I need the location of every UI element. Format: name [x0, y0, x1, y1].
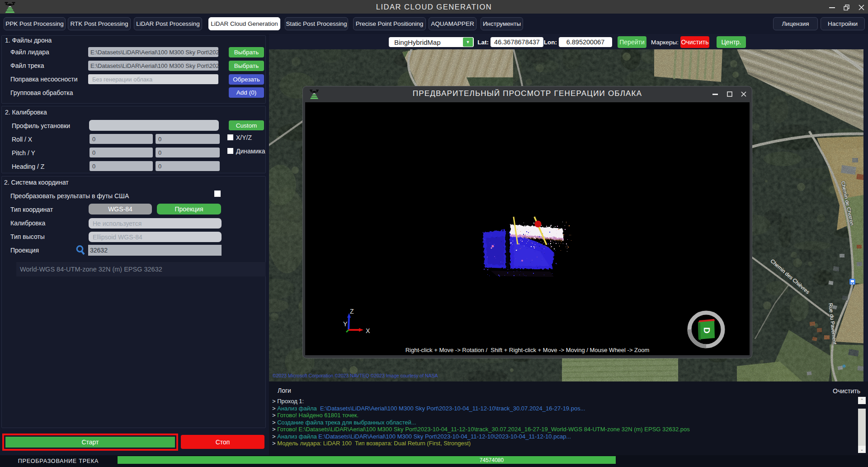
svg-text:Y: Y [343, 320, 348, 328]
svg-text:Z: Z [350, 308, 354, 315]
svg-text:D: D [702, 327, 712, 334]
svg-text:©2023 Microsoft Corporation ©2: ©2023 Microsoft Corporation ©2023 NAVTEQ… [273, 373, 438, 378]
svg-text:X: X [366, 327, 370, 334]
